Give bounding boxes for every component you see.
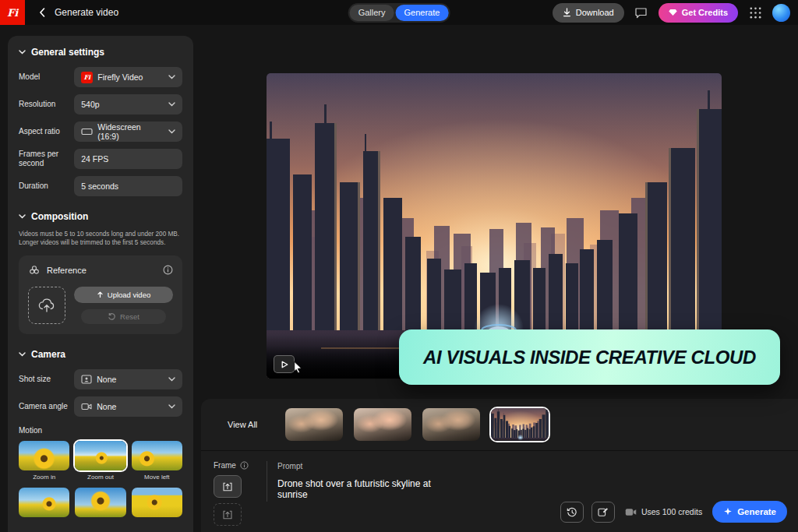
model-value: Firefly Video bbox=[97, 72, 143, 82]
general-settings-header[interactable]: General settings bbox=[19, 47, 182, 58]
info-icon[interactable] bbox=[240, 461, 249, 470]
download-label: Download bbox=[576, 8, 614, 17]
firefly-model-icon: Fi bbox=[81, 72, 93, 83]
main-canvas: AI VISUALS INSIDE CREATIVE CLOUD bbox=[201, 25, 798, 399]
motion-thumbnail[interactable] bbox=[19, 441, 69, 470]
resolution-value: 540p bbox=[81, 100, 99, 109]
download-icon bbox=[563, 8, 571, 17]
motion-thumbnail[interactable] bbox=[132, 488, 182, 517]
start-frame-button[interactable] bbox=[214, 475, 242, 498]
prompt-input[interactable]: Drone shot over a futuristic skyline at … bbox=[277, 478, 463, 500]
chevron-down-icon bbox=[19, 352, 26, 357]
get-credits-button[interactable]: Get Credits bbox=[659, 3, 738, 23]
motion-label: Motion bbox=[19, 426, 182, 435]
chevron-down-icon bbox=[19, 50, 26, 55]
info-icon[interactable] bbox=[163, 265, 173, 275]
aspect-ratio-label: Aspect ratio bbox=[19, 127, 74, 137]
reset-icon bbox=[108, 312, 116, 320]
chevron-left-icon bbox=[39, 8, 45, 17]
duration-field[interactable]: 5 seconds bbox=[74, 176, 182, 196]
upload-video-button[interactable]: Upload video bbox=[74, 287, 173, 303]
prompt-bar: Frame Prompt Drone shot over a futuristi… bbox=[201, 450, 798, 532]
credits-text: Uses 100 credits bbox=[641, 507, 702, 516]
generation-thumbnail-2[interactable] bbox=[354, 408, 411, 441]
composition-title: Composition bbox=[31, 211, 88, 222]
shot-size-value: None bbox=[97, 375, 116, 384]
duration-label: Duration bbox=[19, 181, 74, 192]
reference-icon bbox=[28, 264, 41, 277]
user-avatar[interactable] bbox=[772, 4, 790, 22]
apps-grid-button[interactable] bbox=[747, 4, 764, 21]
fps-value: 24 FPS bbox=[81, 154, 108, 164]
download-button[interactable]: Download bbox=[553, 3, 624, 23]
aspect-ratio-select[interactable]: Widescreen (16:9) bbox=[74, 122, 182, 142]
motion-option[interactable] bbox=[19, 488, 69, 517]
camera-angle-label: Camera angle bbox=[19, 402, 74, 412]
chevron-down-icon bbox=[168, 404, 175, 409]
motion-option[interactable] bbox=[75, 488, 125, 517]
fps-label: Frames per second bbox=[19, 150, 74, 169]
get-credits-label: Get Credits bbox=[682, 8, 728, 17]
view-toggle: Gallery Generate bbox=[348, 3, 450, 23]
motion-option[interactable] bbox=[132, 488, 182, 517]
tab-gallery[interactable]: Gallery bbox=[350, 5, 394, 21]
reset-button[interactable]: Reset bbox=[81, 309, 166, 324]
firefly-logo[interactable]: Fi bbox=[0, 0, 25, 25]
prompt-label: Prompt bbox=[277, 462, 463, 470]
frame-area: Frame bbox=[214, 461, 262, 526]
edit-icon bbox=[598, 507, 609, 517]
topbar-actions: Download Get Credits bbox=[553, 0, 790, 25]
end-frame-button[interactable] bbox=[214, 503, 242, 526]
motion-zoom-out[interactable]: Zoom out bbox=[75, 441, 125, 481]
reference-dropzone[interactable] bbox=[28, 287, 65, 324]
view-all-link[interactable]: View All bbox=[228, 420, 257, 429]
edit-settings-button[interactable] bbox=[591, 502, 615, 523]
motion-grid: Zoom in Zoom out Move left bbox=[19, 441, 182, 517]
generation-thumbnail-1[interactable] bbox=[285, 408, 343, 441]
motion-thumbnail[interactable] bbox=[19, 488, 69, 517]
tab-generate[interactable]: Generate bbox=[395, 5, 448, 21]
generate-label: Generate bbox=[737, 507, 776, 516]
history-button[interactable] bbox=[560, 502, 584, 523]
upload-video-label: Upload video bbox=[108, 291, 150, 299]
motion-thumbnail[interactable] bbox=[75, 488, 125, 517]
settings-sidebar: General settings Model Fi Firefly Video … bbox=[8, 36, 193, 532]
motion-thumbnail-selected[interactable] bbox=[75, 441, 125, 470]
motion-zoom-in[interactable]: Zoom in bbox=[19, 441, 69, 481]
skyline-thumb-image bbox=[491, 408, 549, 441]
shot-size-icon bbox=[81, 375, 92, 384]
reset-label: Reset bbox=[120, 312, 139, 321]
generate-button[interactable]: Generate bbox=[712, 501, 787, 523]
grid-icon bbox=[749, 6, 762, 19]
motion-thumbnail[interactable] bbox=[132, 441, 182, 470]
reference-label: Reference bbox=[47, 266, 87, 275]
camera-header[interactable]: Camera bbox=[19, 349, 182, 360]
video-credits-icon bbox=[625, 508, 637, 516]
promo-banner: AI VISUALS INSIDE CREATIVE CLOUD bbox=[399, 329, 780, 385]
chevron-down-icon bbox=[19, 214, 26, 219]
fps-field[interactable]: 24 FPS bbox=[74, 149, 182, 169]
frame-upload-icon bbox=[222, 481, 233, 492]
promo-banner-text: AI VISUALS INSIDE CREATIVE CLOUD bbox=[423, 347, 756, 368]
history-icon bbox=[567, 507, 577, 517]
generation-thumbnail-selected[interactable] bbox=[491, 408, 549, 441]
frame-label: Frame bbox=[214, 461, 236, 470]
page-title: Generate video bbox=[55, 7, 118, 18]
chevron-down-icon bbox=[168, 75, 175, 79]
composition-header[interactable]: Composition bbox=[19, 211, 182, 222]
feedback-button[interactable] bbox=[633, 4, 650, 21]
duration-value: 5 seconds bbox=[81, 181, 118, 191]
chevron-down-icon bbox=[168, 129, 175, 134]
play-button[interactable] bbox=[274, 355, 295, 373]
generation-thumbnail-3[interactable] bbox=[422, 408, 480, 441]
camera-icon bbox=[81, 403, 92, 410]
model-select[interactable]: Fi Firefly Video bbox=[74, 67, 182, 87]
cloud-upload-icon bbox=[37, 298, 56, 313]
camera-angle-value: None bbox=[97, 402, 116, 411]
motion-move-left[interactable]: Move left bbox=[132, 441, 182, 481]
camera-angle-select[interactable]: None bbox=[74, 396, 182, 417]
reference-card: Reference Upload video bbox=[19, 255, 182, 334]
shot-size-select[interactable]: None bbox=[74, 369, 182, 389]
back-button[interactable] bbox=[36, 6, 48, 19]
resolution-select[interactable]: 540p bbox=[74, 94, 182, 115]
